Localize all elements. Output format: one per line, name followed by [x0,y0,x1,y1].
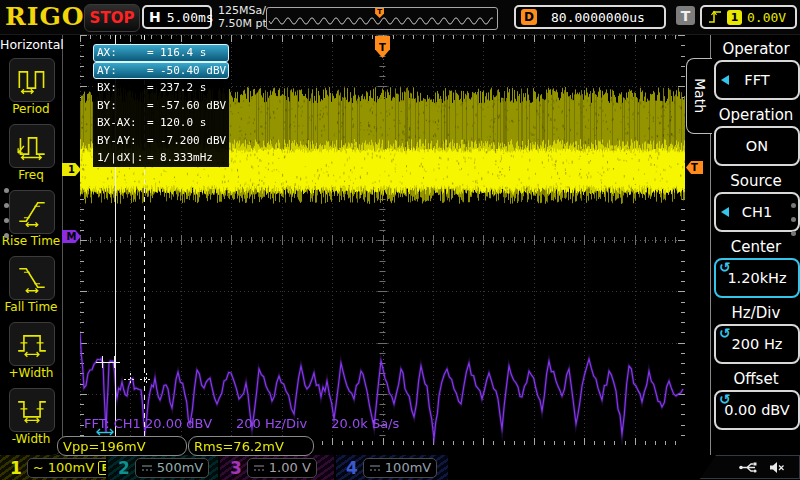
ch4-scale: 100mV [385,460,431,475]
operator-label: Operator [711,40,800,58]
trigger-level-value: 0.00V [747,10,786,25]
source-softkey[interactable]: CH1 [714,192,800,232]
rms-measurement: Rms=76.2mV [188,436,314,456]
cursor-row-byay[interactable]: BY-AY:=-7.200 dBV [93,132,229,150]
menu-page-dot [4,233,9,238]
source-label: Source [711,172,800,190]
operation-label: Operation [711,106,800,124]
d-badge: D [521,9,537,25]
fft-sample-rate: 20.0k Sa/s [331,416,399,431]
hzdiv-softkey[interactable]: ↺ 200 Hz [714,324,800,364]
fall-time-icon [15,263,49,293]
freq-icon [15,131,49,161]
offset-label: Offset [711,370,800,388]
channel-2-block[interactable]: 2 500mV [108,455,218,480]
pos-width-button[interactable] [9,322,55,366]
channel-3-block[interactable]: 3 1.00 V [220,455,334,480]
period-icon [15,65,49,95]
vpp-measurement: Vpp=196mV [57,436,187,456]
ch1-scale: 100mV [48,460,94,475]
menu-page-dot [4,203,9,208]
freq-label: Freq [0,168,62,182]
dc-coupling-icon [369,464,381,472]
memory-depth: 7.50M pts [218,17,273,30]
cursor-row-bxax[interactable]: BX-AX:=120.0 s [93,114,229,132]
left-menu-title: Horizontal [0,37,62,52]
ch1-number: 1 [10,458,22,478]
cursor-row-bx[interactable]: BX:=237.2 s [93,79,229,97]
trigger-readout: 1 0.00V [700,5,797,29]
bandwidth-limit-badge: B [98,461,106,475]
left-triangle-icon [721,207,729,217]
menu-page-dot [4,188,9,193]
ch4-number: 4 [346,458,358,478]
knob-rotate-icon: ↺ [719,259,731,275]
left-triangle-icon [721,75,729,85]
math-menu-tab[interactable]: Math [686,58,712,134]
top-status-bar: RIGOL STOP H 5.00ms 125MSa/s 7.50M pts T… [0,0,800,35]
center-softkey[interactable]: ↺ 1.20kHz [714,258,800,298]
menu-page-dot [791,231,796,236]
menu-page-dot [4,218,9,223]
cursor-row-ax[interactable]: AX:=116.4 s [93,44,229,62]
speaker-muted-icon [769,461,785,474]
fft-scale: FFT: CH1 20.00 dBV [84,416,212,431]
operator-softkey[interactable]: FFT [714,60,800,100]
pos-width-label: +Width [0,366,62,380]
cursor-row-1dx[interactable]: 1/|dX|:=8.333mHz [93,149,229,167]
center-label: Center [711,238,800,256]
cursor-row-by[interactable]: BY:=-57.60 dBV [93,97,229,115]
period-label: Period [0,102,62,116]
fft-hzdiv: 200 Hz/Div [236,416,307,431]
fft-status-line: FFT: CH1 20.00 dBV200 Hz/Div20.0k Sa/s [84,416,423,431]
channel-1-block[interactable]: 1 ~ 100mV B [0,455,106,480]
oscilloscope-ui: RIGOL STOP H 5.00ms 125MSa/s 7.50M pts T… [0,0,800,480]
ch1-ground-marker[interactable]: 1 [62,163,81,176]
hzdiv-label: Hz/Div [711,304,800,322]
offset-softkey[interactable]: ↺ 0.00 dBV [714,390,800,430]
usb-icon [738,461,760,474]
rise-time-icon [15,197,49,227]
period-button[interactable] [9,58,55,102]
sample-rate: 125MSa/s [218,4,273,17]
plus-width-icon [15,329,49,359]
ch2-scale: 500mV [157,460,203,475]
freq-button[interactable] [9,124,55,168]
minus-width-icon [15,395,49,425]
menu-page-dot [791,217,796,222]
timebase-value: 5.00ms [167,10,214,25]
sample-rate-readout: 125MSa/s 7.50M pts [218,4,273,30]
dc-coupling-icon [253,464,265,472]
math-menu: Operator FFT Operation ON Source CH1 Cen… [710,35,800,455]
channel-status-bar: 1 ~ 100mV B 2 500mV 3 [0,455,800,480]
run-state-indicator: STOP [84,4,140,32]
fall-time-label: Fall Time [0,300,62,314]
ch3-scale: 1.00 V [269,460,311,475]
waveform-preview-strip[interactable]: T [266,7,498,30]
rise-time-label: Rise Time [0,234,62,248]
rise-time-button[interactable] [9,190,55,234]
delay-readout: D 80.0000000us [514,5,666,29]
ch2-number: 2 [118,458,130,478]
channel-4-block[interactable]: 4 100mV [336,455,448,480]
dc-coupling-icon [141,464,153,472]
math-ground-marker[interactable]: M [62,230,81,243]
horizontal-timebase-readout: H 5.00ms [142,5,212,29]
h-label: H [149,9,161,25]
cursor-measurement-panel: AX:=116.4 s AY:=-50.40 dBV BX:=237.2 s B… [93,44,229,167]
fall-time-button[interactable] [9,256,55,300]
ac-coupling-icon: ~ [33,460,44,475]
waveform-display: AX:=116.4 s AY:=-50.40 dBV BX:=237.2 s B… [80,35,685,445]
delay-value: 80.0000000us [537,10,659,25]
operation-softkey[interactable]: ON [714,126,800,166]
trigger-level-marker[interactable]: T [686,161,703,174]
trigger-label: T [676,6,695,25]
trigger-source-badge: 1 [727,10,742,25]
rising-edge-icon [708,9,722,25]
neg-width-button[interactable] [9,388,55,432]
cursor-row-ay[interactable]: AY:=-50.40 dBV [93,62,229,80]
knob-rotate-icon: ↺ [719,391,731,407]
ch3-number: 3 [230,458,242,478]
horizontal-measure-menu: Horizontal Period Freq Rise Time [0,35,63,455]
system-icons-box [700,455,800,479]
